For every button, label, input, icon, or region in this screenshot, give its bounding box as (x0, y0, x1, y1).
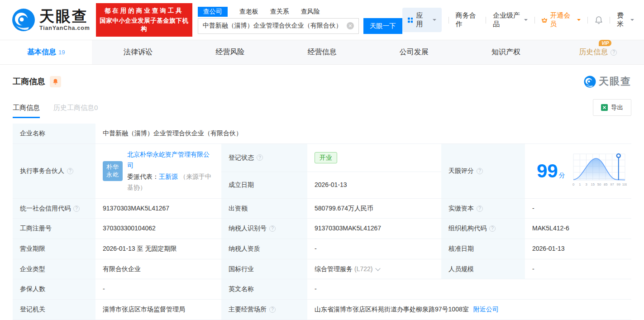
field-value-establish-date: 2026-01-13 (307, 172, 441, 199)
search-tab-boss[interactable]: 查老板 (239, 8, 258, 16)
tab-business-risk[interactable]: 经营风险 (184, 40, 276, 64)
subtab-row: 工商信息 历史工商信息0 导出 (0, 88, 644, 118)
subtab-business-info[interactable]: 工商信息 (13, 104, 40, 118)
svg-text:0: 0 (572, 182, 574, 186)
subtab-history-business-info[interactable]: 历史工商信息0 (53, 104, 98, 118)
bell-icon (595, 16, 603, 24)
tab-legal[interactable]: 法律诉讼 (92, 40, 184, 64)
business-address-label: 主要经营场所 (229, 305, 267, 315)
nearby-companies-link[interactable]: 附近公司 (473, 305, 499, 315)
score-unit: 分 (559, 171, 565, 181)
chevron-down-icon[interactable] (376, 266, 381, 271)
field-value-staff-size: - (525, 259, 631, 280)
help-icon[interactable] (477, 168, 483, 174)
clear-search-icon[interactable]: ✕ (347, 22, 354, 29)
excel-icon (601, 104, 608, 111)
help-icon[interactable] (489, 225, 496, 232)
credit-code-label: 统一社会信用代码 (20, 204, 71, 214)
help-icon[interactable] (269, 306, 276, 313)
delegate-name-link[interactable]: 王新源 (159, 173, 178, 180)
tianyan-score-label: 天眼评分 (448, 166, 474, 176)
field-value-paid-capital: - (525, 199, 631, 219)
chevron-down-icon (630, 19, 634, 23)
nav-open-vip[interactable]: 开通会员 (541, 11, 581, 29)
tab-operation-label: 经营信息 (307, 48, 336, 57)
partner-avatar[interactable]: 朴华 永屹 (103, 161, 123, 181)
nav-enterprise[interactable]: 企业级产品 (493, 11, 528, 29)
help-icon[interactable] (67, 168, 73, 174)
top-nav: 应用 商务合作 企业级产品 开通会员 (402, 8, 634, 32)
tab-history-label: 历史信息 (579, 48, 608, 57)
export-label: 导出 (611, 104, 623, 112)
field-value-registration-status: 开业 (307, 144, 441, 172)
field-label-executive-partner: 执行事务合伙人 (13, 144, 95, 199)
svg-text:97: 97 (610, 182, 614, 186)
nav-apps-label: 应用 (416, 11, 426, 29)
svg-text:15: 15 (591, 182, 594, 186)
tianyancha-logo[interactable]: 天眼查 TianYanCha.com (12, 8, 90, 32)
search-tabs: 查公司 查老板 查关系 查风险 (198, 6, 402, 17)
notifications-bell[interactable] (595, 16, 603, 24)
help-icon[interactable] (257, 154, 263, 161)
svg-text:99: 99 (616, 182, 620, 186)
executive-partner-label: 执行事务合伙人 (20, 166, 64, 176)
tab-basic-info[interactable]: 基本信息 19 (0, 40, 92, 64)
search-tab-risk[interactable]: 查风险 (301, 8, 320, 16)
help-icon[interactable] (611, 49, 617, 56)
apps-grid-icon (408, 17, 413, 24)
user-menu[interactable]: 费米 (617, 11, 634, 29)
export-button[interactable]: 导出 (593, 99, 631, 116)
field-label-taxpayer-quality: 纳税人资质 (221, 239, 307, 259)
field-value-insured-count: - (95, 279, 221, 300)
bell-icon (52, 78, 58, 85)
field-label-establish-date: 成立日期 (221, 172, 307, 199)
promo-line1: 都在用的商业查询工具 (100, 7, 189, 15)
field-value-reg-authority: 淄博市张店区市场监督管理局 (95, 300, 221, 320)
search-tab-company[interactable]: 查公司 (198, 7, 228, 17)
help-icon[interactable] (73, 205, 80, 212)
tab-development-label: 公司发展 (400, 48, 429, 57)
nav-apps[interactable]: 应用 (402, 8, 442, 32)
field-label-reg-number: 工商注册号 (13, 219, 95, 239)
field-value-company-name: 中普新融（淄博）企业管理合伙企业（有限合伙） (95, 124, 631, 144)
nav-cooperation[interactable]: 商务合作 (455, 11, 479, 29)
field-label-business-address: 主要经营场所 (221, 300, 307, 320)
tab-company-development[interactable]: 公司发展 (368, 40, 460, 64)
chevron-down-icon (433, 19, 436, 23)
chevron-down-icon (577, 19, 581, 23)
divider (534, 17, 535, 24)
field-label-tianyan-score: 天眼评分 (441, 144, 525, 199)
search-input[interactable] (203, 22, 347, 29)
search-button[interactable]: 天眼一下 (363, 18, 402, 34)
nav-cooperation-label: 商务合作 (455, 11, 479, 29)
score-axis-labels: 0 1 3 15 50 85 97 99 100 (572, 182, 627, 186)
score-distribution-chart: 0 1 3 15 50 85 97 99 100 (572, 152, 627, 190)
avatar-line1: 朴华 (106, 163, 119, 171)
field-value-business-term: 2026-01-13 至 无固定期限 (95, 239, 221, 259)
section-title: 工商信息 (13, 76, 45, 87)
tab-history-info[interactable]: 历史信息 VIP (552, 40, 644, 64)
field-value-credit-code: 91370303MAK5L41267 (95, 199, 221, 219)
tianyancha-logo-icon (584, 76, 596, 88)
help-icon[interactable] (269, 225, 276, 232)
field-label-company-type: 企业类型 (13, 259, 95, 280)
tab-intellectual-property[interactable]: 知识产权 (460, 40, 552, 64)
promo-banner: 都在用的商业查询工具 国家中小企业发展子基金旗下机构 (96, 3, 192, 37)
brand-name: 天眼查 (39, 9, 90, 24)
field-label-company-name: 企业名称 (13, 124, 95, 144)
search-tab-relation[interactable]: 查关系 (270, 8, 289, 16)
registration-status-label: 登记状态 (229, 153, 254, 163)
nav-enterprise-label: 企业级产品 (493, 11, 521, 29)
paid-capital-label: 实缴资本 (448, 204, 474, 214)
field-value-reg-number: 370303300104062 (95, 219, 221, 239)
nav-open-vip-label: 开通会员 (550, 11, 572, 29)
partner-company-link[interactable]: 北京朴华永屹资产管理有限公司 (127, 151, 210, 169)
field-value-english-name: - (307, 279, 631, 300)
field-label-org-code: 组织机构代码 (441, 219, 525, 239)
field-label-approval-date: 核准日期 (441, 239, 525, 259)
svg-text:85: 85 (604, 182, 607, 186)
field-label-english-name: 英文名称 (221, 279, 307, 300)
tab-operation-info[interactable]: 经营信息 (276, 40, 368, 64)
subscribe-bell[interactable] (50, 76, 61, 87)
help-icon[interactable] (477, 205, 483, 212)
